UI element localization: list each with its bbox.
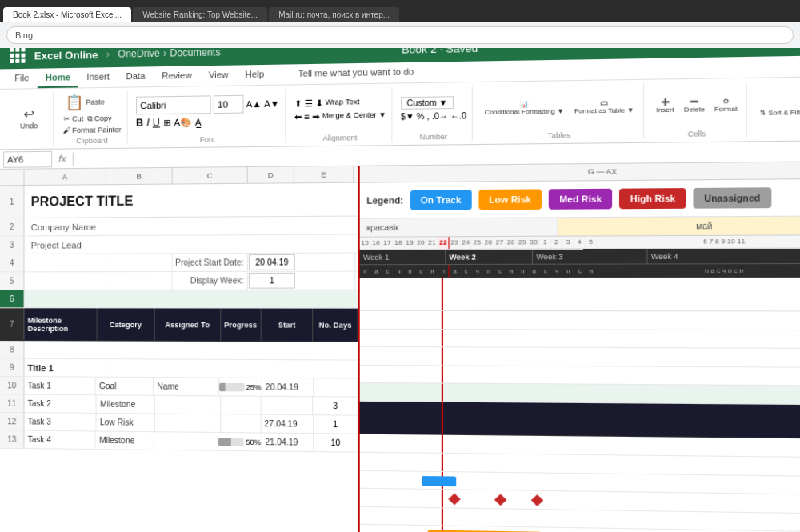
legend-on-track[interactable]: On Track bbox=[410, 190, 472, 210]
waffle-icon[interactable] bbox=[10, 48, 26, 64]
align-middle-button[interactable]: ☰ bbox=[304, 98, 313, 110]
gantt-area: G — AX Legend: On Track Low Risk Med Ris… bbox=[358, 162, 800, 532]
project-lead[interactable]: Project Lead bbox=[24, 235, 358, 254]
day-15: 15 bbox=[360, 237, 371, 249]
row12-progress[interactable] bbox=[221, 414, 261, 432]
row11-assigned[interactable] bbox=[155, 396, 221, 414]
tab-help[interactable]: Help bbox=[237, 65, 273, 86]
tab-excel[interactable]: Book 2.xlsx - Microsoft Excel... bbox=[3, 7, 131, 22]
row13-progress[interactable]: 50% bbox=[219, 433, 262, 450]
wrap-text-button[interactable]: Wrap Text bbox=[326, 98, 360, 109]
cell-reference-input[interactable] bbox=[3, 150, 52, 167]
underline-button[interactable]: U bbox=[153, 117, 160, 129]
row12-task[interactable]: Task 3 bbox=[24, 413, 96, 430]
row10-category[interactable]: Goal bbox=[96, 378, 154, 395]
tab-review[interactable]: Review bbox=[154, 66, 200, 86]
row13-task[interactable]: Task 4 bbox=[24, 431, 96, 449]
row10-start[interactable]: 20.04.19 bbox=[262, 378, 314, 396]
row12-start[interactable]: 27.04.19 bbox=[261, 415, 314, 433]
row10-assigned[interactable]: Name bbox=[154, 378, 219, 395]
display-week-value[interactable]: 1 bbox=[249, 273, 295, 289]
legend-unassigned[interactable]: Unassigned bbox=[694, 187, 771, 208]
tab-website[interactable]: Website Ranking: Top Website... bbox=[133, 7, 267, 22]
tab-mail[interactable]: Mail.ru: почта, поиск в интер... bbox=[269, 7, 399, 22]
decrease-font-button[interactable]: A▼ bbox=[264, 98, 279, 109]
align-top-button[interactable]: ⬆ bbox=[294, 98, 302, 110]
align-center-button[interactable]: ≡ bbox=[304, 111, 310, 122]
day-23: 23 bbox=[450, 237, 461, 250]
tab-tell-me[interactable]: Tell me what you want to do bbox=[290, 62, 422, 85]
row12-days[interactable]: 1 bbox=[314, 415, 358, 433]
day-22-today: 22 bbox=[438, 237, 449, 250]
format-painter-button[interactable]: 🖌 Format Painter bbox=[62, 125, 122, 135]
company-name[interactable]: Company Name bbox=[24, 217, 358, 236]
paste-button[interactable]: 📋 Paste bbox=[62, 91, 108, 113]
tab-file[interactable]: File bbox=[6, 69, 37, 89]
alignment-label: Alignment bbox=[323, 134, 358, 142]
tab-insert[interactable]: Insert bbox=[78, 67, 118, 87]
legend-high-risk[interactable]: High Risk bbox=[619, 188, 686, 209]
italic-button[interactable]: I bbox=[146, 117, 149, 128]
row11-start[interactable] bbox=[262, 397, 314, 414]
insert-cells-button[interactable]: ➕ Insert bbox=[653, 96, 678, 115]
gantt-header-row-7 bbox=[360, 402, 800, 439]
row11-task[interactable]: Task 2 bbox=[24, 395, 97, 413]
border-button[interactable]: ⊞ bbox=[163, 117, 170, 128]
row13-category[interactable]: Milestone bbox=[96, 431, 154, 449]
row11-progress[interactable] bbox=[221, 396, 262, 414]
format-table-icon: 🗃 bbox=[601, 98, 608, 106]
address-bar[interactable]: Bing bbox=[6, 26, 794, 44]
sort-filter-button[interactable]: ⇅ Sort & Filter ▼ bbox=[756, 106, 800, 118]
row13-assigned[interactable] bbox=[154, 432, 219, 450]
tab-data[interactable]: Data bbox=[118, 66, 154, 86]
comma-button[interactable]: , bbox=[427, 112, 430, 122]
conditional-formatting-button[interactable]: 📊 Conditional Formatting ▼ bbox=[481, 98, 567, 118]
project-title[interactable]: PROJECT TITLE bbox=[24, 183, 358, 218]
row11-category[interactable]: Milestone bbox=[97, 395, 155, 413]
font-group: Calibri 10 A▲ A▼ B I U ⊞ bbox=[131, 89, 286, 145]
bold-button[interactable]: B bbox=[136, 117, 143, 129]
font-color-button[interactable]: A̲ bbox=[195, 117, 202, 128]
decrease-decimal-button[interactable]: ←.0 bbox=[450, 111, 466, 121]
fill-color-button[interactable]: A🎨 bbox=[174, 117, 191, 128]
merge-center-button[interactable]: Merge & Center ▼ bbox=[322, 110, 386, 122]
insert-icon: ➕ bbox=[661, 98, 670, 106]
row12-category[interactable]: Low Risk bbox=[97, 414, 155, 431]
font-name-selector[interactable]: Calibri bbox=[136, 95, 211, 114]
start-date-value[interactable]: 20.04.19 bbox=[249, 254, 295, 270]
row12-assigned[interactable] bbox=[155, 414, 221, 432]
documents-link[interactable]: Documents bbox=[170, 48, 220, 59]
row10-progress[interactable]: 25% bbox=[219, 378, 262, 396]
row13-days[interactable]: 10 bbox=[314, 434, 358, 452]
align-left-button[interactable]: ⬅ bbox=[294, 112, 302, 123]
align-bottom-button[interactable]: ⬇ bbox=[315, 98, 323, 110]
increase-decimal-button[interactable]: .0→ bbox=[432, 111, 448, 121]
row11-days[interactable]: 3 bbox=[314, 397, 358, 414]
row9-a[interactable]: Title 1 bbox=[24, 359, 106, 377]
display-week-label: Display Week: bbox=[173, 272, 248, 290]
onedrive-link[interactable]: OneDrive bbox=[118, 48, 159, 60]
data-row-10: 10 Task 1 Goal Name 25% 20.04.19 bbox=[0, 377, 358, 398]
increase-font-button[interactable]: A▲ bbox=[246, 99, 262, 110]
currency-button[interactable]: $▼ bbox=[401, 112, 414, 122]
row10-task[interactable]: Task 1 bbox=[24, 377, 95, 394]
delete-cells-button[interactable]: ➖ Delete bbox=[680, 96, 708, 115]
copy-button[interactable]: ⧉ Copy bbox=[86, 114, 112, 125]
row13-start[interactable]: 21.04.19 bbox=[262, 434, 314, 452]
row10-days[interactable] bbox=[314, 378, 358, 396]
delete-icon: ➖ bbox=[690, 98, 698, 106]
cut-button[interactable]: ✂ Cut bbox=[62, 114, 85, 125]
format-as-table-button[interactable]: 🗃 Format as Table ▼ bbox=[571, 97, 638, 117]
format-cells-button[interactable]: ⚙ Format bbox=[711, 95, 742, 114]
number-format-selector[interactable]: Custom ▼ bbox=[401, 96, 454, 110]
legend-low-risk[interactable]: Low Risk bbox=[478, 189, 542, 210]
tab-home[interactable]: Home bbox=[38, 68, 79, 88]
legend-med-risk[interactable]: Med Risk bbox=[549, 189, 613, 210]
align-right-button[interactable]: ➡ bbox=[312, 111, 320, 122]
percent-button[interactable]: % bbox=[417, 112, 425, 122]
day-26: 26 bbox=[483, 237, 494, 250]
day-21: 21 bbox=[426, 237, 438, 250]
tab-view[interactable]: View bbox=[200, 66, 237, 86]
undo-button[interactable]: ↩ Undo bbox=[17, 106, 41, 132]
font-size-selector[interactable]: 10 bbox=[214, 95, 244, 114]
